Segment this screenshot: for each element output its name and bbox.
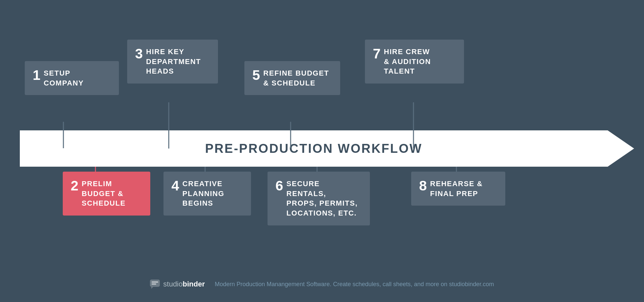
step-number-4: 4 xyxy=(171,179,179,193)
step-label-5: REFINE BUDGET& SCHEDULE xyxy=(263,68,329,88)
step-box-4: 4 CREATIVEPLANNINGBEGINS xyxy=(163,172,251,216)
step-number-5: 5 xyxy=(252,68,260,82)
step-box-6: 6 SECURE RENTALS,PROPS, PERMITS,LOCATION… xyxy=(268,172,370,225)
step-label-6: SECURE RENTALS,PROPS, PERMITS,LOCATIONS,… xyxy=(286,179,362,218)
step-number-3: 3 xyxy=(135,47,143,61)
arrow-head xyxy=(608,130,634,167)
step-box-7: 7 HIRE CREW& AUDITIONTALENT xyxy=(365,40,464,84)
svg-rect-2 xyxy=(152,282,158,283)
workflow-title: PRE-PRODUCTION WORKFLOW xyxy=(205,142,422,156)
step-box-2: 2 PRELIMBUDGET &SCHEDULE xyxy=(63,172,150,216)
step-label-1: SETUPCOMPANY xyxy=(44,68,84,88)
brand: studiobinder xyxy=(150,280,205,289)
step-label-7: HIRE CREW& AUDITIONTALENT xyxy=(384,47,431,76)
diagram-container: PRE-PRODUCTION WORKFLOW 1 SETUPCOMPANY 2… xyxy=(0,0,644,302)
step-number-1: 1 xyxy=(33,68,40,82)
step-label-2: PRELIMBUDGET &SCHEDULE xyxy=(82,179,125,208)
arrow-body: PRE-PRODUCTION WORKFLOW xyxy=(20,130,608,167)
step-label-4: CREATIVEPLANNINGBEGINS xyxy=(182,179,224,208)
connector-1 xyxy=(63,122,64,148)
footer-tagline: Modern Production Manangement Software. … xyxy=(215,281,494,288)
brand-icon xyxy=(150,280,161,289)
step-number-2: 2 xyxy=(71,179,78,193)
step-label-3: HIRE KEYDEPARTMENTHEADS xyxy=(146,47,201,76)
step-number-7: 7 xyxy=(373,47,380,61)
connector-3 xyxy=(168,102,169,149)
step-box-1: 1 SETUPCOMPANY xyxy=(25,61,119,95)
connector-5 xyxy=(290,122,291,148)
timeline-arrow: PRE-PRODUCTION WORKFLOW xyxy=(20,130,634,167)
step-box-3: 3 HIRE KEYDEPARTMENTHEADS xyxy=(127,40,218,84)
svg-rect-0 xyxy=(150,280,160,287)
step-box-5: 5 REFINE BUDGET& SCHEDULE xyxy=(244,61,340,95)
step-number-6: 6 xyxy=(275,179,283,193)
connector-7 xyxy=(413,102,414,149)
step-box-8: 8 REHEARSE &FINAL PREP xyxy=(411,172,505,206)
brand-name: studiobinder xyxy=(163,280,205,288)
step-number-8: 8 xyxy=(419,179,427,193)
svg-marker-1 xyxy=(151,287,153,289)
step-label-8: REHEARSE &FINAL PREP xyxy=(430,179,483,198)
footer: studiobinder Modern Production Manangeme… xyxy=(0,280,644,289)
svg-rect-3 xyxy=(152,284,156,285)
